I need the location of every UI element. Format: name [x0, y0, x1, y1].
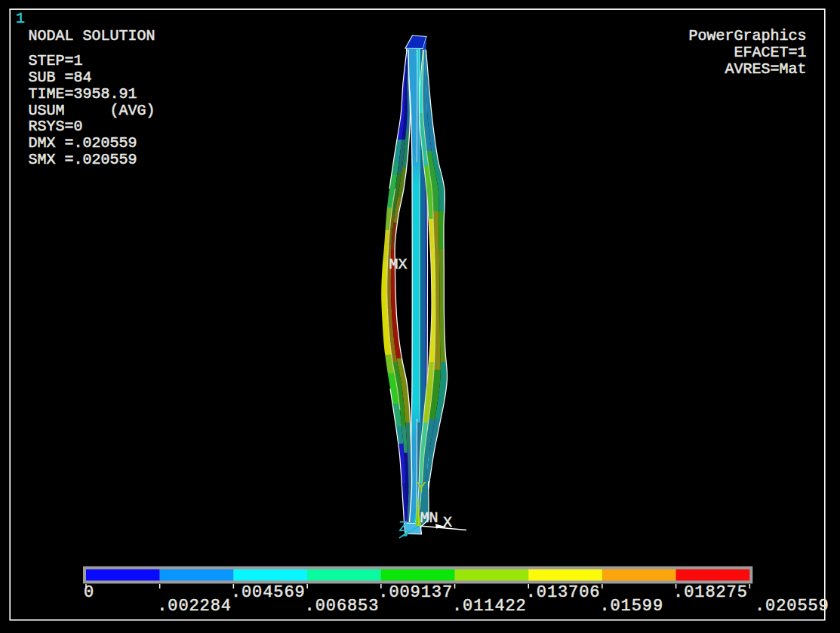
- svg-text:DMX =.020559: DMX =.020559: [29, 134, 137, 152]
- svg-text:X: X: [443, 514, 452, 531]
- svg-text:.011422: .011422: [452, 597, 527, 616]
- svg-text:SMX =.020559: SMX =.020559: [29, 151, 137, 168]
- svg-text:MX: MX: [389, 256, 408, 273]
- svg-text:.013706: .013706: [526, 583, 601, 602]
- svg-text:TIME=3958.91: TIME=3958.91: [29, 85, 137, 103]
- svg-text:PowerGraphics: PowerGraphics: [688, 27, 806, 45]
- svg-text:.009137: .009137: [378, 583, 453, 602]
- svg-text:.006853: .006853: [305, 597, 380, 616]
- svg-text:.002284: .002284: [157, 597, 232, 616]
- svg-text:.01599: .01599: [599, 597, 663, 616]
- svg-text:0: 0: [84, 583, 94, 602]
- svg-text:STEP=1: STEP=1: [29, 52, 83, 69]
- svg-text:EFACET=1: EFACET=1: [734, 44, 806, 61]
- svg-text:Z: Z: [399, 518, 408, 536]
- svg-text:.020559: .020559: [755, 597, 829, 616]
- svg-text:1: 1: [16, 10, 25, 27]
- svg-text:SUB =84: SUB =84: [29, 69, 92, 86]
- svg-text:.004569: .004569: [231, 583, 306, 602]
- svg-text:.018275: .018275: [673, 583, 748, 602]
- svg-text:RSYS=0: RSYS=0: [29, 118, 83, 135]
- svg-text:USUM (AVG): USUM (AVG): [29, 102, 155, 119]
- svg-text:NODAL SOLUTION: NODAL SOLUTION: [29, 27, 155, 45]
- svg-text:Y: Y: [417, 479, 426, 496]
- svg-text:AVRES=Mat: AVRES=Mat: [725, 60, 806, 78]
- svg-text:MN: MN: [420, 509, 438, 527]
